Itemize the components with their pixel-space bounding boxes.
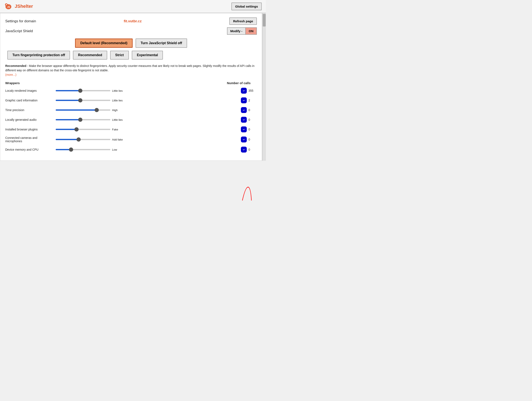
scrollbar[interactable]: [262, 13, 266, 161]
call-count: 0: [248, 108, 257, 112]
slider-label: Fake: [112, 128, 118, 131]
slider-label: Little lies: [112, 118, 123, 121]
info-button[interactable]: ↩: [241, 107, 247, 113]
turn-js-off-button[interactable]: Turn JavaScript Shield off: [136, 39, 187, 48]
slider-track: [56, 100, 110, 101]
js-shield-label: JavaScript Shield: [5, 29, 33, 33]
wrapper-name: Device memory and CPU: [5, 148, 54, 151]
wrapper-name: Time precision: [5, 108, 54, 112]
turn-fingerprinting-off-button[interactable]: Turn fingerprinting protection off: [7, 51, 70, 59]
recommended-button[interactable]: Recommended: [73, 51, 107, 59]
domain-name: fit.vutbr.cz: [36, 19, 229, 23]
slider-fill: [56, 119, 80, 120]
info-button[interactable]: ↩: [241, 117, 247, 123]
logo-icon: JS: [4, 2, 13, 11]
call-count: 0: [248, 128, 257, 131]
wrapper-list: Localy rendered images Little lies ↩ 355…: [5, 88, 257, 153]
slider-container[interactable]: Low: [56, 148, 237, 151]
slider-fill: [56, 129, 76, 130]
slider-track: [56, 110, 110, 111]
description-text: Recommended - Make the browser appear di…: [5, 64, 257, 77]
slider-fill: [56, 139, 79, 140]
default-level-button[interactable]: Default level (Recommended): [75, 39, 133, 48]
wrapper-name: Graphic card information: [5, 99, 54, 102]
slider-thumb[interactable]: [78, 89, 82, 93]
slider-label: Low: [112, 148, 117, 151]
wrapper-name: Connected cameras and microphones: [5, 136, 54, 143]
calls-title: Number of calls: [227, 81, 251, 85]
global-settings-button[interactable]: Global settings: [231, 2, 262, 10]
wrapper-item: Localy rendered images Little lies ↩ 355: [5, 88, 257, 94]
logo-text: JShelter: [15, 4, 33, 9]
refresh-page-button[interactable]: Refresh page: [229, 18, 257, 25]
call-count: 2: [248, 99, 257, 102]
wrapper-name: Localy rendered images: [5, 89, 54, 92]
slider-track: [56, 149, 110, 150]
svg-point-3: [6, 4, 6, 5]
wrapper-item: Locally generated audio Little lies ↩ 0: [5, 117, 257, 123]
slider-track: [56, 90, 110, 91]
info-button[interactable]: ↩: [241, 88, 247, 94]
oval-annotation: [235, 186, 254, 200]
js-shield-row: JavaScript Shield Modify - ON: [5, 27, 257, 35]
wrapper-item: Time precision High ↩ 0: [5, 107, 257, 113]
slider-container[interactable]: Little lies: [56, 99, 237, 102]
main-wrapper: Settings for domain fit.vutbr.cz Refresh…: [0, 13, 266, 161]
slider-thumb[interactable]: [95, 108, 99, 112]
wrappers-header: Wrappers Number of calls: [5, 81, 257, 85]
settings-label: Settings for domain: [5, 19, 36, 23]
strict-button[interactable]: Strict: [110, 51, 129, 59]
call-count: 0: [248, 118, 257, 121]
slider-label: Add fake: [112, 138, 123, 141]
domain-row: Settings for domain fit.vutbr.cz Refresh…: [5, 18, 257, 25]
slider-label: Little lies: [112, 89, 123, 92]
scrollbar-thumb[interactable]: [263, 14, 266, 26]
wrapper-item: Graphic card information Little lies ↩ 2: [5, 97, 257, 103]
wrapper-name: Installed browser plugins: [5, 128, 54, 131]
call-count: 0: [248, 148, 257, 151]
slider-container[interactable]: Add fake: [56, 138, 237, 141]
experimental-button[interactable]: Experimental: [132, 51, 163, 59]
logo-area: JS JShelter: [4, 2, 33, 11]
info-button[interactable]: ↩: [241, 136, 247, 142]
info-button[interactable]: ↩: [241, 126, 247, 132]
slider-thumb[interactable]: [74, 127, 79, 131]
slider-container[interactable]: High: [56, 109, 237, 112]
call-count: 355: [248, 89, 257, 92]
description-bold: Recommended: [5, 64, 26, 68]
description-body: - Make the browser appear differently to…: [5, 64, 254, 72]
wrapper-item: Installed browser plugins Fake ↩ 0: [5, 126, 257, 132]
slider-track: [56, 129, 110, 130]
svg-text:JS: JS: [7, 6, 10, 8]
slider-fill: [56, 110, 97, 111]
slider-thumb[interactable]: [69, 148, 73, 152]
fingerprint-button-row: Turn fingerprinting protection off Recom…: [5, 51, 257, 59]
wrappers-title: Wrappers: [5, 81, 20, 85]
header: JS JShelter Global settings: [0, 0, 266, 13]
slider-fill: [56, 90, 80, 91]
info-button[interactable]: ↩: [241, 97, 247, 103]
wrapper-item: Device memory and CPU Low ↩ 0: [5, 147, 257, 153]
level-button-row: Default level (Recommended) Turn JavaScr…: [5, 39, 257, 48]
modify-button[interactable]: Modify -: [227, 27, 246, 35]
on-toggle-button[interactable]: ON: [245, 27, 257, 35]
wrapper-name: Locally generated audio: [5, 118, 54, 121]
info-button[interactable]: ↩: [241, 147, 247, 153]
shield-controls: Modify - ON: [227, 27, 257, 35]
slider-container[interactable]: Little lies: [56, 118, 237, 121]
slider-thumb[interactable]: [76, 137, 81, 142]
slider-track: [56, 119, 110, 120]
slider-container[interactable]: Fake: [56, 128, 237, 131]
slider-fill: [56, 100, 80, 101]
call-count: 0: [248, 138, 257, 141]
wrapper-item: Connected cameras and microphones Add fa…: [5, 136, 257, 143]
slider-thumb[interactable]: [78, 98, 82, 103]
slider-label: Little lies: [112, 99, 123, 102]
slider-track: [56, 139, 110, 140]
more-link[interactable]: (more...): [5, 73, 16, 76]
slider-label: High: [112, 109, 118, 112]
content-area: Settings for domain fit.vutbr.cz Refresh…: [0, 13, 262, 161]
slider-thumb[interactable]: [78, 118, 82, 122]
slider-container[interactable]: Little lies: [56, 89, 237, 92]
